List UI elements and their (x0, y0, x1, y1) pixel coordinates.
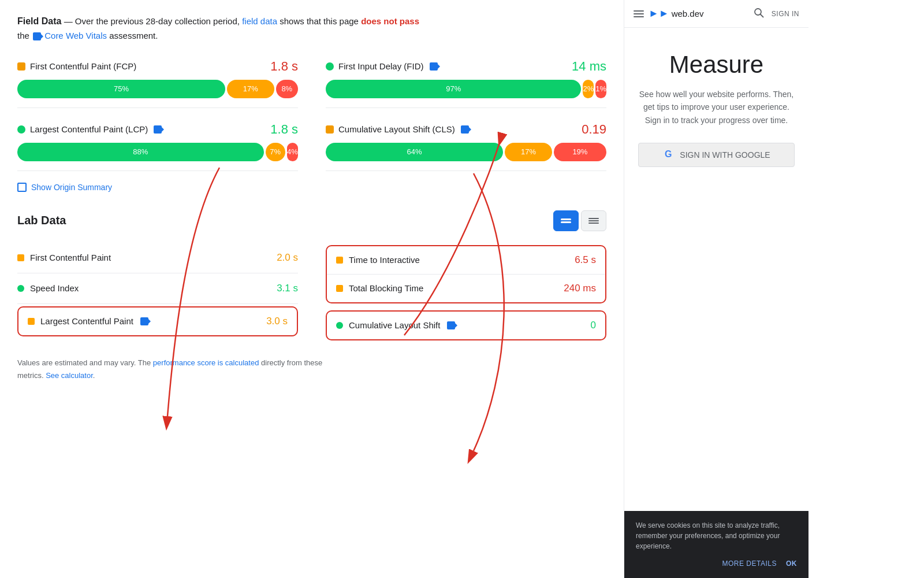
field-data-label: Field Data (17, 16, 61, 26)
sidebar-topbar-right: SIGN IN (753, 7, 799, 20)
cwv-link[interactable]: Core Web Vitals (44, 31, 107, 40)
lcp-label: Largest Contentful Paint (LCP) (30, 124, 148, 134)
lab-right-col: Time to Interactive 6.5 s Total Blocking… (326, 243, 606, 343)
origin-summary-label[interactable]: Show Origin Summary (31, 183, 112, 192)
lab-si-label: Speed Index (30, 283, 79, 293)
hamburger-icon[interactable] (634, 10, 644, 17)
lab-left-col: First Contentful Paint 2.0 s Speed Index… (17, 243, 298, 343)
lab-metric-lcp-highlighted: Largest Contentful Paint 3.0 s (17, 306, 298, 336)
lab-data-title: Lab Data (17, 214, 66, 227)
lab-metric-si: Speed Index 3.1 s (17, 273, 298, 304)
lab-metric-tbt: Total Blocking Time 240 ms (327, 275, 605, 302)
footer-note-text: Values are estimated and may vary. The (17, 358, 151, 367)
svg-rect-4 (588, 223, 599, 224)
metric-card-cls: Cumulative Layout Shift (CLS) 0.19 64% 1… (326, 122, 606, 171)
header-description-suffix: the (17, 31, 29, 40)
lcp-progress-bar: 88% 7% 4% (17, 143, 298, 161)
cookie-text: We serve cookies on this site to analyze… (636, 520, 797, 551)
lab-right-highlighted-group: Time to Interactive 6.5 s Total Blocking… (326, 245, 606, 303)
lab-data-section: Lab Data (17, 210, 606, 343)
webdev-arrow-icon: ►► (649, 8, 669, 20)
lab-tbt-icon (336, 285, 343, 292)
cwv-flag-icon (33, 32, 41, 40)
fid-label: First Input Delay (FID) (338, 61, 424, 71)
lab-cls-icon (336, 322, 343, 329)
perf-score-link[interactable]: performance score is calculated (153, 358, 259, 367)
metric-header-lcp: Largest Contentful Paint (LCP) 1.8 s (17, 122, 298, 137)
lcp-value: 1.8 s (270, 122, 298, 137)
fid-seg-green: 97% (326, 80, 581, 98)
google-signin-label: SIGN IN WITH GOOGLE (680, 150, 770, 160)
cls-icon (326, 125, 334, 134)
svg-line-9 (760, 14, 763, 17)
fid-value: 14 ms (572, 59, 606, 74)
lcp-seg-green: 88% (17, 143, 264, 161)
fcp-icon (17, 62, 25, 71)
fcp-label: First Contentful Paint (FCP) (30, 61, 136, 71)
lab-lcp-value: 3.0 s (266, 316, 288, 327)
cls-seg-orange: 17% (505, 143, 552, 161)
search-icon[interactable] (753, 7, 765, 20)
lab-tbt-value: 240 ms (564, 283, 596, 294)
svg-rect-2 (588, 218, 599, 219)
lab-cls-value: 0 (591, 320, 596, 331)
origin-summary-checkbox[interactable] (17, 183, 27, 192)
cls-flag-icon (461, 125, 469, 134)
cls-seg-red: 19% (554, 143, 606, 161)
cookie-more-details-button[interactable]: MORE DETAILS (722, 558, 777, 569)
lab-fcp-label: First Contentful Paint (30, 253, 111, 262)
lab-lcp-flag-icon (140, 317, 148, 325)
field-data-link[interactable]: field data (242, 16, 277, 26)
hamburger-line-3 (634, 16, 644, 17)
lab-si-left: Speed Index (17, 283, 79, 293)
fid-seg-red: 1% (595, 80, 606, 98)
sidebar-measure-content: Measure See how well your website perfor… (624, 28, 808, 181)
metric-header-fcp: First Contentful Paint (FCP) 1.8 s (17, 59, 298, 74)
fid-seg-orange: 2% (583, 80, 594, 98)
calculator-link[interactable]: See calculator (46, 371, 93, 380)
does-not-pass-text: does not pass (361, 16, 419, 26)
list-icon (588, 217, 599, 225)
metric-header-fid: First Input Delay (FID) 14 ms (326, 59, 606, 74)
lab-metric-tti: Time to Interactive 6.5 s (327, 246, 605, 275)
toggle-btn-bar[interactable] (553, 210, 579, 231)
google-signin-button[interactable]: G SIGN IN WITH GOOGLE (638, 143, 795, 167)
sidebar-topbar: ►► web.dev SIGN IN (624, 0, 808, 28)
measure-desc: See how well your website performs. Then… (638, 88, 795, 127)
footer-note3: metrics. (17, 371, 44, 380)
metric-title-fcp: First Contentful Paint (FCP) (17, 61, 136, 71)
sign-in-button[interactable]: SIGN IN (772, 10, 799, 18)
metric-card-fid: First Input Delay (FID) 14 ms 97% 2% 1% (326, 59, 606, 108)
header-description-middle: shows that this page (280, 16, 359, 26)
lab-tti-icon (336, 257, 343, 264)
metric-title-cls: Cumulative Layout Shift (CLS) (326, 124, 470, 134)
measure-title: Measure (638, 51, 795, 79)
cookie-actions: MORE DETAILS OK (636, 558, 797, 569)
google-g-icon: G (662, 149, 674, 161)
bar-chart-icon (561, 217, 571, 225)
cookie-ok-button[interactable]: OK (786, 558, 797, 569)
toggle-btn-list[interactable] (581, 210, 606, 231)
webdev-logo[interactable]: ►► web.dev (649, 8, 704, 20)
lcp-icon (17, 125, 25, 134)
footer-note2: directly from these (261, 358, 322, 367)
lab-cls-flag-icon (447, 321, 455, 329)
svg-rect-0 (561, 218, 571, 220)
cookie-banner: We serve cookies on this site to analyze… (624, 511, 808, 578)
fid-flag-icon (430, 62, 438, 71)
header-description-prefix: — Over the previous 28-day collection pe… (64, 16, 240, 26)
metric-card-lcp: Largest Contentful Paint (LCP) 1.8 s 88%… (17, 122, 298, 171)
cls-seg-green: 64% (326, 143, 503, 161)
footer-note4: . (93, 371, 95, 380)
lab-si-icon (17, 285, 24, 292)
lab-fcp-value: 2.0 s (277, 252, 298, 264)
lab-tti-left: Time to Interactive (336, 255, 420, 265)
header-description-end: assessment. (109, 31, 158, 40)
cls-value: 0.19 (582, 122, 606, 137)
metric-title-fid: First Input Delay (FID) (326, 61, 439, 71)
lab-tti-value: 6.5 s (575, 254, 596, 266)
metric-card-fcp: First Contentful Paint (FCP) 1.8 s 75% 1… (17, 59, 298, 108)
origin-summary-row[interactable]: Show Origin Summary (17, 183, 606, 192)
lab-lcp-label: Largest Contentful Paint (40, 316, 133, 326)
lab-metric-cls-highlighted: Cumulative Layout Shift 0 (326, 310, 606, 340)
